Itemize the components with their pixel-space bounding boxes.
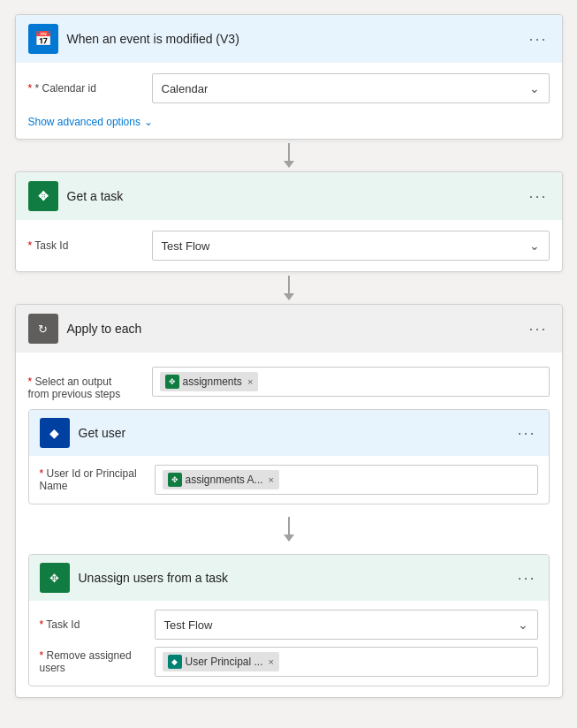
assignments-a-tag: ✥ assignments A... × — [163, 470, 279, 489]
unassign-grid-icon: ✥ — [49, 572, 59, 585]
get-user-icon: ◆ — [49, 426, 59, 440]
unassign-task-id-row: * Task Id Test Flow ⌄ — [40, 610, 538, 640]
connector-arrow-1 — [284, 161, 294, 168]
trigger-title: When an event is modified (V3) — [67, 32, 519, 46]
calendar-chevron-icon: ⌄ — [529, 81, 540, 95]
assignments-grid-icon: ✥ — [169, 377, 176, 386]
get-task-card: ✥ Get a task ··· * Task Id Test Flow ⌄ — [15, 171, 563, 272]
assignments-a-tag-close[interactable]: × — [269, 474, 274, 485]
get-task-more-button[interactable]: ··· — [527, 188, 549, 204]
calendar-icon: 📅 — [34, 32, 52, 46]
task-id-field-row: * Task Id Test Flow ⌄ — [28, 231, 550, 261]
apply-each-icon: ↻ — [38, 322, 48, 336]
get-user-card: ◆ Get user ··· * User Id or PrincipalNam… — [28, 409, 550, 504]
get-user-header: ◆ Get user ··· — [29, 410, 549, 456]
grid-icon: ✥ — [38, 190, 49, 202]
user-id-field-row: * User Id or PrincipalName ✥ assignments… — [40, 465, 538, 495]
apply-each-header: ↻ Apply to each ··· — [16, 305, 562, 353]
user-principal-tag: ◆ User Principal ... × — [163, 652, 279, 671]
apply-each-card: ↻ Apply to each ··· * Select an outputfr… — [15, 304, 563, 698]
task-id-label: * Task Id — [28, 239, 143, 252]
add-action-button[interactable]: Add an action — [238, 724, 340, 728]
get-task-header: ✥ Get a task ··· — [16, 172, 562, 220]
remove-users-row: * Remove assignedusers ◆ User Principal … — [40, 647, 538, 677]
get-user-more-button[interactable]: ··· — [515, 425, 537, 441]
user-principal-tag-icon: ◆ — [168, 655, 182, 669]
trigger-header: 📅 When an event is modified (V3) ··· — [16, 15, 562, 63]
task-id-chevron-icon: ⌄ — [529, 239, 540, 253]
trigger-body: * * Calendar id Calendar ⌄ Show advanced… — [16, 63, 562, 139]
assignments-a-grid-icon: ✥ — [171, 475, 178, 484]
connector-1 — [284, 140, 294, 171]
assignments-tag-close[interactable]: × — [247, 376, 253, 387]
calendar-label: * * Calendar id — [28, 82, 143, 95]
flow-canvas: 📅 When an event is modified (V3) ··· * *… — [14, 14, 563, 728]
trigger-more-button[interactable]: ··· — [527, 31, 549, 47]
trigger-icon-box: 📅 — [28, 24, 58, 54]
remove-users-input[interactable]: ◆ User Principal ... × — [155, 647, 538, 677]
unassign-more-button[interactable]: ··· — [515, 570, 537, 586]
unassign-task-id-label: * Task Id — [40, 618, 146, 631]
get-user-icon-box: ◆ — [40, 418, 70, 448]
connector-arrow-2 — [284, 293, 294, 300]
advanced-chevron-icon: ⌄ — [144, 116, 153, 128]
select-output-field-row: * Select an outputfrom previous steps ✥ … — [28, 363, 550, 400]
unassign-body: * Task Id Test Flow ⌄ * Remove assignedu… — [29, 601, 549, 686]
select-output-label: * Select an outputfrom previous steps — [28, 363, 143, 400]
task-id-dropdown[interactable]: Test Flow ⌄ — [152, 231, 550, 261]
unassign-title: Unassign users from a task — [79, 571, 507, 585]
user-id-input[interactable]: ✥ assignments A... × — [155, 465, 538, 495]
apply-each-body: * Select an outputfrom previous steps ✥ … — [16, 353, 562, 697]
connector-2 — [284, 272, 294, 304]
user-principal-tag-close[interactable]: × — [269, 656, 274, 667]
inner-connector — [28, 513, 550, 545]
unassign-card: ✥ Unassign users from a task ··· * Task … — [28, 554, 550, 686]
unassign-task-id-dropdown[interactable]: Test Flow ⌄ — [155, 610, 538, 640]
user-id-label: * User Id or PrincipalName — [40, 467, 146, 492]
remove-users-label: * Remove assignedusers — [40, 649, 146, 674]
get-task-icon-box: ✥ — [28, 181, 58, 211]
apply-each-icon-box: ↻ — [28, 314, 58, 344]
select-output-input[interactable]: ✥ assignments × — [152, 367, 550, 397]
get-user-title: Get user — [79, 426, 507, 440]
unassign-header: ✥ Unassign users from a task ··· — [29, 555, 549, 601]
inner-connector-arrow — [284, 535, 294, 542]
apply-each-title: Apply to each — [67, 322, 519, 336]
assignments-tag: ✥ assignments × — [160, 372, 259, 391]
calendar-field-row: * * Calendar id Calendar ⌄ — [28, 73, 550, 103]
connector-line-2 — [288, 276, 290, 293]
calendar-dropdown[interactable]: Calendar ⌄ — [152, 73, 550, 103]
get-user-body: * User Id or PrincipalName ✥ assignments… — [29, 456, 549, 504]
unassign-icon-box: ✥ — [40, 563, 70, 593]
unassign-chevron-icon: ⌄ — [518, 618, 528, 632]
trigger-card: 📅 When an event is modified (V3) ··· * *… — [15, 14, 563, 140]
get-task-body: * Task Id Test Flow ⌄ — [16, 220, 562, 271]
assignments-a-tag-icon: ✥ — [168, 473, 182, 487]
get-task-title: Get a task — [67, 189, 519, 203]
assignments-tag-icon: ✥ — [165, 375, 179, 389]
show-advanced-link[interactable]: Show advanced options ⌄ — [28, 112, 550, 128]
user-principal-user-icon: ◆ — [171, 657, 178, 666]
inner-connector-line — [288, 517, 290, 535]
apply-each-more-button[interactable]: ··· — [527, 321, 549, 337]
connector-line-1 — [288, 143, 290, 161]
